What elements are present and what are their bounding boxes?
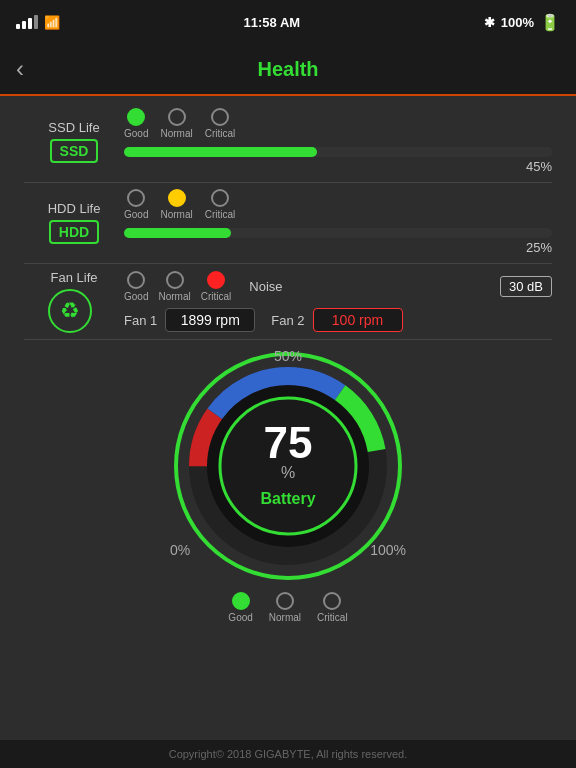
battery-dot-normal: Normal <box>269 592 301 623</box>
divider-2 <box>24 263 552 264</box>
ssd-dot-critical-circle <box>211 108 229 126</box>
hdd-progress-value: 25% <box>124 240 552 255</box>
svg-text:Battery: Battery <box>260 490 315 507</box>
fan-dot-normal-circle <box>166 271 184 289</box>
ssd-dot-good-circle <box>127 108 145 126</box>
back-button[interactable]: ‹ <box>16 55 24 83</box>
fan2-value: 100 rpm <box>313 308 403 332</box>
hdd-dot-normal-circle <box>168 189 186 207</box>
gauge-0-label: 0% <box>170 542 190 558</box>
gauge-50-label: 50% <box>274 348 302 364</box>
fan2-label: Fan 2 <box>271 313 304 328</box>
hdd-dot-critical-circle <box>211 189 229 207</box>
hdd-dot-normal: Normal <box>160 189 192 220</box>
battery-dot-good: Good <box>228 592 252 623</box>
page-title: Health <box>257 58 318 81</box>
hdd-title: HDD Life <box>48 201 101 216</box>
content-area: SSD Life SSD Good Normal Critical <box>0 96 576 635</box>
ssd-title: SSD Life <box>48 120 99 135</box>
hdd-right: Good Normal Critical 25% <box>124 189 552 255</box>
svg-text:%: % <box>281 464 295 481</box>
bluetooth-icon: ✱ <box>484 15 495 30</box>
fan-dot-critical: Critical <box>201 271 232 302</box>
signal-bars <box>16 15 38 29</box>
fan-dot-good: Good <box>124 271 148 302</box>
hdd-progress-bar <box>124 228 552 238</box>
hdd-life-row: HDD Life HDD Good Normal Critical <box>24 189 552 255</box>
ssd-dot-normal: Normal <box>160 108 192 139</box>
battery-dot-critical: Critical <box>317 592 348 623</box>
svg-text:75: 75 <box>264 418 313 467</box>
fan-icon: ♻ <box>48 289 92 333</box>
divider-1 <box>24 182 552 183</box>
hdd-dot-critical: Critical <box>205 189 236 220</box>
battery-dot-critical-circle <box>323 592 341 610</box>
battery-dot-normal-circle <box>276 592 294 610</box>
hdd-icon: HDD <box>49 220 99 244</box>
hdd-progress-fill <box>124 228 231 238</box>
status-right: ✱ 100% 🔋 <box>484 13 560 32</box>
fan-rpm-row: Fan 1 1899 rpm Fan 2 100 rpm <box>124 308 552 332</box>
fan-dots-row: Good Normal Critical Noise 30 dB <box>124 271 552 302</box>
ssd-right: Good Normal Critical 45% <box>124 108 552 174</box>
fan1-value: 1899 rpm <box>165 308 255 332</box>
battery-percentage: 100% <box>501 15 534 30</box>
battery-dots-row: Good Normal Critical <box>228 592 347 623</box>
ssd-dot-normal-circle <box>168 108 186 126</box>
hdd-label: HDD Life HDD <box>24 201 124 244</box>
ssd-life-row: SSD Life SSD Good Normal Critical <box>24 108 552 174</box>
battery-icon: 🔋 <box>540 13 560 32</box>
fan-dot-critical-circle <box>207 271 225 289</box>
status-left: 📶 <box>16 15 60 30</box>
fan-dot-normal: Normal <box>158 271 190 302</box>
fan-title: Fan Life <box>51 270 98 285</box>
hdd-dots: Good Normal Critical <box>124 189 552 220</box>
battery-section: 75 % Battery 50% 0% 100% Good Normal <box>24 346 552 623</box>
ssd-dot-good: Good <box>124 108 148 139</box>
ssd-progress-fill <box>124 147 317 157</box>
ssd-progress-bar <box>124 147 552 157</box>
ssd-dot-critical: Critical <box>205 108 236 139</box>
fan-label: Fan Life ♻ <box>24 270 124 333</box>
gauge-100-label: 100% <box>370 542 406 558</box>
ssd-progress-value: 45% <box>124 159 552 174</box>
divider-3 <box>24 339 552 340</box>
fan-life-row: Fan Life ♻ Good Normal Critical Nois <box>24 270 552 333</box>
hdd-dot-good: Good <box>124 189 148 220</box>
battery-dot-good-circle <box>232 592 250 610</box>
nav-bar: ‹ Health <box>0 44 576 96</box>
ssd-label: SSD Life SSD <box>24 120 124 163</box>
fan-noise-label: Noise <box>249 279 282 294</box>
fan-noise-value: 30 dB <box>500 276 552 297</box>
hdd-dot-good-circle <box>127 189 145 207</box>
ssd-icon: SSD <box>50 139 99 163</box>
footer: Copyright© 2018 GIGABYTE, All rights res… <box>0 740 576 768</box>
wifi-icon: 📶 <box>44 15 60 30</box>
fan-controls: Good Normal Critical Noise 30 dB Fan 1 1… <box>124 271 552 332</box>
status-bar: 📶 11:58 AM ✱ 100% 🔋 <box>0 0 576 44</box>
fan1-label: Fan 1 <box>124 313 157 328</box>
fan-dot-good-circle <box>127 271 145 289</box>
footer-text: Copyright© 2018 GIGABYTE, All rights res… <box>169 748 408 760</box>
status-time: 11:58 AM <box>244 15 301 30</box>
fan-icon-symbol: ♻ <box>60 298 80 324</box>
battery-gauge-wrapper: 75 % Battery 50% 0% 100% <box>168 346 408 586</box>
ssd-dots: Good Normal Critical <box>124 108 552 139</box>
